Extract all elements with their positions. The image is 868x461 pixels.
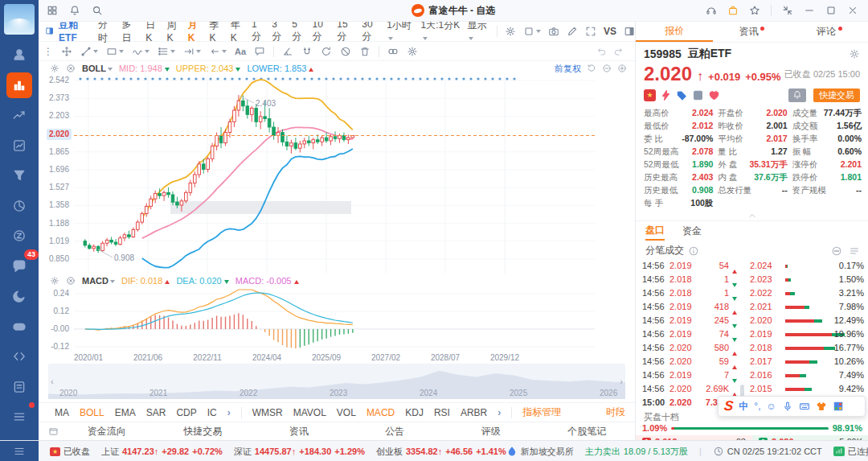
shrink-window-icon[interactable]	[782, 5, 793, 16]
period-dropdown-day[interactable]: 1天:1分K	[421, 19, 461, 43]
sidebar-item-person-icon[interactable]	[6, 42, 32, 68]
sidebar-item-z-circle-icon[interactable]	[6, 223, 32, 249]
notification-bell-icon[interactable]	[69, 5, 80, 16]
gift-star-icon[interactable]	[749, 5, 760, 16]
redraw-tool[interactable]	[321, 46, 332, 57]
magnet-tool[interactable]	[301, 46, 313, 57]
period-tab-10分[interactable]: 10分	[312, 19, 330, 43]
boll-dropdown[interactable]: BOLL	[82, 64, 113, 73]
sub-indicator-tab-ARBR[interactable]: ARBR	[461, 407, 487, 418]
tag-icon[interactable]	[676, 89, 688, 101]
info-icon[interactable]	[688, 245, 699, 257]
mic-icon[interactable]	[782, 401, 793, 412]
period-tab-周K[interactable]: 周K	[166, 19, 180, 43]
move-tool[interactable]	[61, 46, 72, 57]
sub-indicator-tab-WMSR[interactable]: WMSR	[252, 407, 283, 418]
search-icon[interactable]	[92, 5, 103, 16]
main-candle-chart[interactable]: 2.4030.9082.5422.3732.2031.8651.6961.527…	[39, 76, 635, 274]
period-tab-月K[interactable]: 月K	[188, 19, 203, 43]
note-icon[interactable]	[692, 89, 704, 101]
settings-gear-icon[interactable]	[849, 48, 860, 60]
index-创业板[interactable]: 创业板3354.82↑ +46.56+1.41%	[376, 446, 506, 458]
panel-toggle-icon[interactable]	[624, 26, 635, 37]
fullscreen-icon[interactable]	[585, 26, 596, 37]
function-tab-个股笔记[interactable]: 个股笔记	[539, 425, 636, 438]
display-dropdown[interactable]: 显示	[467, 19, 489, 43]
period-tab-1分[interactable]: 1分	[252, 19, 264, 43]
dock-window-icon[interactable]	[39, 426, 59, 437]
main-indicator-tab-BOLL[interactable]: BOLL	[80, 407, 104, 418]
keyboard-icon[interactable]	[799, 401, 810, 412]
macd-dropdown[interactable]: MACD	[82, 276, 115, 286]
headset-support-icon[interactable]	[706, 5, 717, 16]
sidebar-item-quotes-bars-icon[interactable]	[6, 72, 32, 98]
more-main-indicators-icon[interactable]: ›	[227, 407, 231, 418]
chart-settings-icon[interactable]	[505, 26, 516, 37]
sidebar-menu-icon[interactable]	[0, 441, 39, 461]
main-indicator-tab-CDP[interactable]: CDP	[176, 407, 196, 418]
sidebar-item-moon-icon[interactable]	[6, 283, 32, 309]
sidebar-item-doc-chart-icon[interactable]	[6, 133, 32, 158]
skin-shirt-icon[interactable]	[816, 401, 827, 412]
delete-drawings-tool[interactable]	[359, 46, 371, 57]
boll-settings-icon[interactable]	[50, 64, 59, 73]
trendline-tool[interactable]	[80, 46, 98, 57]
period-tab-日K[interactable]: 日K	[145, 19, 159, 43]
sub-indicator-tab-RSI[interactable]: RSI	[434, 407, 450, 418]
panel-tab-报价[interactable]: 报价	[636, 21, 713, 42]
period-dropdown-hour[interactable]: 1小时	[387, 19, 413, 43]
panel-tab-资讯[interactable]: 资讯	[713, 21, 790, 42]
main-indicator-tab-MA[interactable]: MA	[55, 407, 69, 418]
workspace-grid-icon[interactable]	[47, 5, 58, 16]
function-tab-资讯[interactable]: 资讯	[251, 425, 347, 438]
period-tab-3分[interactable]: 3分	[272, 19, 285, 43]
comment-tool[interactable]	[254, 46, 265, 57]
period-tab-季K[interactable]: 季K	[210, 19, 223, 43]
period-tab-30分[interactable]: 30分	[362, 19, 379, 43]
toolbar-drag-handle[interactable]: ⋮	[43, 46, 53, 57]
function-tab-评级[interactable]: 评级	[443, 425, 539, 438]
angle-tool[interactable]	[282, 46, 293, 57]
arrow-tool[interactable]	[209, 46, 227, 57]
sidebar-item-pie-icon[interactable]	[6, 193, 32, 219]
list-view-icon[interactable]	[849, 245, 860, 257]
symbol-tab[interactable]: 豆粕ETF	[45, 19, 91, 43]
pankou-tab-盘口[interactable]: 盘口	[645, 221, 665, 241]
sub-indicator-tab-MAVOL[interactable]: MAVOL	[293, 407, 326, 418]
vs-compare-button[interactable]: VS	[604, 26, 616, 37]
boll-remove-icon[interactable]	[66, 64, 76, 73]
screenshot-icon[interactable]	[548, 26, 559, 37]
main-indicator-tab-EMA[interactable]: EMA	[115, 407, 136, 418]
reset-zoom-icon[interactable]	[587, 64, 596, 73]
draw-settings-icon[interactable]	[407, 46, 418, 57]
user-avatar[interactable]	[4, 4, 35, 35]
macd-settings-icon[interactable]	[50, 276, 59, 286]
function-tab-公告[interactable]: 公告	[347, 425, 444, 438]
flash-icon[interactable]	[660, 89, 672, 101]
sidebar-item-funnel-icon[interactable]	[6, 163, 32, 188]
quick-trade-button[interactable]: 快捷交易	[813, 88, 860, 102]
navigator-left-handle[interactable]: ‹	[51, 377, 54, 386]
alert-bell-button[interactable]	[788, 88, 806, 102]
index-深证[interactable]: 深证14475.87↑ +184.30+1.29%	[234, 446, 365, 458]
sub-indicator-tab-VOL[interactable]: VOL	[337, 407, 356, 418]
exchange-label[interactable]: 新加坡交易所	[521, 446, 574, 458]
layout-box-icon[interactable]	[523, 26, 541, 37]
shape-tool[interactable]	[106, 46, 124, 57]
sidebar-item-menu-icon[interactable]	[6, 404, 32, 430]
panel-tab-评论[interactable]: 评论	[791, 21, 868, 42]
hide-drawings-tool[interactable]	[340, 46, 351, 57]
sidebar-item-code-icon[interactable]	[6, 344, 32, 369]
macd-remove-icon[interactable]	[66, 276, 76, 286]
sogou-logo[interactable]: S	[723, 398, 734, 414]
adjust-mode-link[interactable]: 前复权	[555, 63, 581, 75]
function-tab-资金流向[interactable]: 资金流向	[59, 425, 155, 438]
zoom-in-icon[interactable]	[617, 64, 627, 73]
wave-tool[interactable]	[132, 46, 149, 57]
close-icon[interactable]	[847, 5, 858, 16]
emoji-icon[interactable]: ☺	[766, 401, 776, 412]
undo-redo-icons[interactable]	[596, 46, 624, 56]
maximize-icon[interactable]	[825, 5, 837, 16]
index-上证[interactable]: 上证4147.23↑ +29.82+0.72%	[101, 446, 223, 458]
store-bag-icon[interactable]	[727, 5, 739, 16]
